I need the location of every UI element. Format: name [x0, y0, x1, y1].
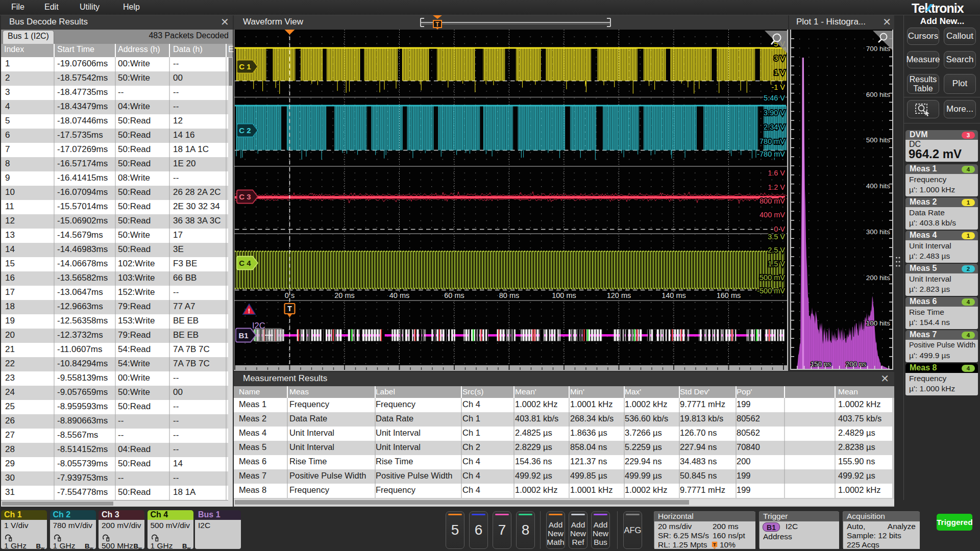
svg-text:500 mV: 500 mV [760, 273, 785, 282]
svg-text:1 V: 1 V [774, 68, 785, 77]
svg-text:400 hits: 400 hits [866, 182, 891, 190]
svg-text:500 hits: 500 hits [866, 136, 891, 144]
svg-text:!: ! [248, 307, 250, 315]
svg-text:T: T [713, 542, 716, 547]
svg-text:-1 V: -1 V [771, 83, 785, 91]
svg-text:1.5 V: 1.5 V [768, 260, 785, 268]
svg-text:C 4: C 4 [239, 259, 251, 267]
svg-text:100 ms: 100 ms [552, 291, 576, 299]
svg-text:-500 mV: -500 mV [757, 287, 785, 295]
svg-text:2.5 V: 2.5 V [768, 246, 785, 254]
svg-text:300 hits: 300 hits [866, 228, 891, 236]
svg-text:3.5 V: 3.5 V [768, 233, 785, 241]
svg-text:140 ms: 140 ms [662, 291, 686, 299]
svg-text:200 hits: 200 hits [866, 274, 891, 282]
svg-text:600 hits: 600 hits [866, 91, 891, 98]
svg-text:400 mV: 400 mV [760, 211, 785, 219]
svg-text:0 V: 0 V [774, 225, 785, 233]
svg-text:T: T [287, 305, 292, 313]
svg-text:T: T [435, 21, 439, 28]
svg-text:100 hits: 100 hits [866, 319, 891, 327]
svg-text:40 ms: 40 ms [389, 291, 410, 299]
svg-text:150 ns: 150 ns [811, 360, 831, 368]
svg-text:5.46 V: 5.46 V [764, 94, 785, 102]
svg-text:-780 mV: -780 mV [757, 150, 785, 158]
svg-text:160 ms: 160 ms [717, 291, 741, 299]
svg-text:3.90 V: 3.90 V [764, 109, 785, 117]
svg-text:700 hits: 700 hits [866, 45, 891, 53]
svg-text:C 1: C 1 [239, 62, 251, 71]
svg-text:C 2: C 2 [239, 126, 251, 135]
svg-text:1.2 V: 1.2 V [768, 183, 785, 191]
svg-text:120 ms: 120 ms [607, 291, 631, 299]
svg-text:B1: B1 [238, 331, 248, 340]
svg-text:C 3: C 3 [239, 192, 251, 201]
svg-text:3 V: 3 V [774, 54, 785, 62]
svg-text:800 mV: 800 mV [760, 197, 785, 205]
svg-text:80 ms: 80 ms [499, 291, 520, 299]
svg-text:I2C: I2C [252, 321, 265, 330]
svg-text:780 mV: 780 mV [760, 137, 785, 145]
svg-text:20 ms: 20 ms [334, 291, 355, 299]
svg-text:1.6 V: 1.6 V [768, 169, 785, 177]
svg-text:2.34 V: 2.34 V [764, 123, 785, 131]
svg-text:200 ns: 200 ns [846, 360, 867, 368]
svg-text:60 ms: 60 ms [444, 291, 464, 299]
